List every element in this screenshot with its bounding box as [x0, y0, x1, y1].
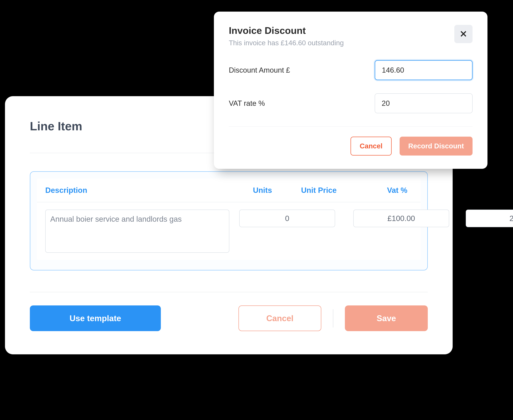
save-button[interactable]: Save [345, 305, 428, 331]
table-header-row: Description Units Unit Price Vat % [37, 178, 421, 202]
modal-cancel-button[interactable]: Cancel [350, 137, 392, 156]
invoice-discount-modal: Invoice Discount This invoice has £146.6… [214, 12, 487, 169]
line-item-actions: Use template Cancel Save [30, 305, 428, 331]
close-icon [460, 30, 467, 38]
cancel-button[interactable]: Cancel [238, 305, 321, 331]
col-header-units: Units [238, 186, 287, 195]
record-discount-button[interactable]: Record Discount [400, 137, 473, 156]
vat-rate-input[interactable] [375, 93, 473, 113]
divider [30, 292, 428, 292]
table-row [37, 202, 421, 260]
modal-title: Invoice Discount [229, 25, 344, 36]
line-item-table: Description Units Unit Price Vat % [30, 171, 428, 270]
vat-rate-row: VAT rate % [229, 93, 473, 113]
discount-amount-input[interactable] [375, 60, 473, 80]
divider [229, 127, 473, 127]
discount-amount-label: Discount Amount £ [229, 66, 290, 74]
col-header-description: Description [45, 186, 238, 195]
col-header-unit-price: Unit Price [287, 186, 350, 195]
units-input[interactable] [239, 210, 335, 227]
vat-input[interactable] [466, 210, 513, 227]
modal-subtitle: This invoice has £146.60 outstanding [229, 39, 344, 47]
description-input[interactable] [45, 210, 229, 253]
discount-amount-row: Discount Amount £ [229, 60, 473, 80]
vat-rate-label: VAT rate % [229, 99, 265, 107]
unit-price-input[interactable] [353, 210, 449, 227]
col-header-vat: Vat % [350, 186, 412, 195]
modal-actions: Cancel Record Discount [229, 137, 473, 156]
use-template-button[interactable]: Use template [30, 305, 161, 331]
close-button[interactable] [454, 25, 473, 43]
separator [333, 309, 333, 328]
